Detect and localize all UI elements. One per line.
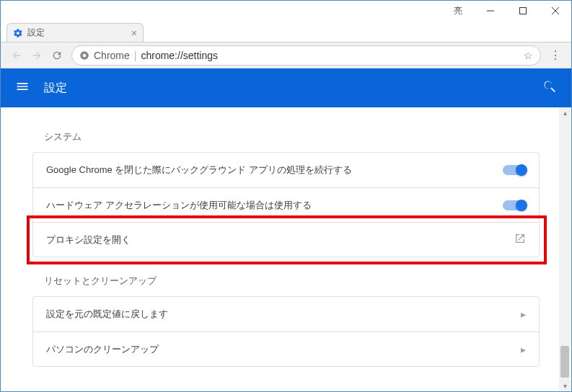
settings-icon [13,28,23,38]
toggle-hardware-accel[interactable] [503,200,526,210]
reset-card: 設定を元の既定値に戻します ▸ パソコンのクリーンアップ ▸ [32,296,540,367]
settings-title: 設定 [44,81,67,96]
row-hardware-accel: ハードウェア アクセラレーションが使用可能な場合は使用する [33,187,539,222]
url-path: chrome://settings [141,50,218,61]
system-card: Google Chrome を閉じた際にバックグラウンド アプリの処理を続行する… [32,152,540,257]
svg-rect-1 [519,8,526,14]
scrollbar-up-button[interactable]: ▴ [559,107,571,117]
tab-settings[interactable]: 設定 × [6,23,144,42]
url-separator: | [134,50,137,61]
browser-menu-button[interactable]: ⋮ [545,48,566,62]
section-title-reset: リセットとクリーンアップ [44,275,540,288]
row-label: 設定を元の既定値に戻します [46,308,168,321]
address-bar: Chrome | chrome://settings ☆ ⋮ [1,43,571,68]
chrome-icon [79,50,89,61]
scrollbar-down-button[interactable]: ▾ [559,380,571,391]
row-label: ハードウェア アクセラレーションが使用可能な場合は使用する [46,199,312,212]
tab-title: 設定 [27,27,45,39]
row-cleanup-computer[interactable]: パソコンのクリーンアップ ▸ [33,331,539,366]
row-restore-defaults[interactable]: 設定を元の既定値に戻します ▸ [33,297,539,331]
close-window-button[interactable] [539,1,571,21]
scrollbar-track[interactable] [559,117,571,380]
tab-strip: 設定 × [1,21,571,43]
ime-indicator: 亮 [454,5,462,17]
open-external-icon [514,233,526,246]
scrollbar-thumb[interactable] [560,346,569,378]
settings-header: 設定 [1,68,571,107]
tab-close-icon[interactable]: × [131,27,137,39]
url-origin: Chrome [94,50,130,61]
row-label: Google Chrome を閉じた際にバックグラウンド アプリの処理を続行する [46,164,352,177]
reload-button[interactable] [47,45,67,66]
row-background-apps: Google Chrome を閉じた際にバックグラウンド アプリの処理を続行する [33,153,539,187]
hamburger-menu-icon[interactable] [15,79,30,97]
row-label: パソコンのクリーンアップ [46,343,159,356]
minimize-button[interactable] [474,1,506,21]
omnibox[interactable]: Chrome | chrome://settings ☆ [71,45,541,66]
svg-point-5 [83,53,87,57]
toggle-background-apps[interactable] [503,165,526,175]
row-label: プロキシ設定を開く [46,233,131,246]
chevron-right-icon: ▸ [521,308,526,320]
maximize-button[interactable] [506,1,539,21]
bookmark-star-icon[interactable]: ☆ [524,50,533,61]
back-button[interactable] [6,45,27,66]
settings-content: システム Google Chrome を閉じた際にバックグラウンド アプリの処理… [1,107,571,391]
search-icon[interactable] [542,79,557,97]
chevron-right-icon: ▸ [521,344,526,355]
row-open-proxy-settings[interactable]: プロキシ設定を開く [33,222,539,257]
section-title-system: システム [44,130,540,143]
forward-button[interactable] [27,45,47,66]
window-titlebar: 亮 [1,1,571,21]
